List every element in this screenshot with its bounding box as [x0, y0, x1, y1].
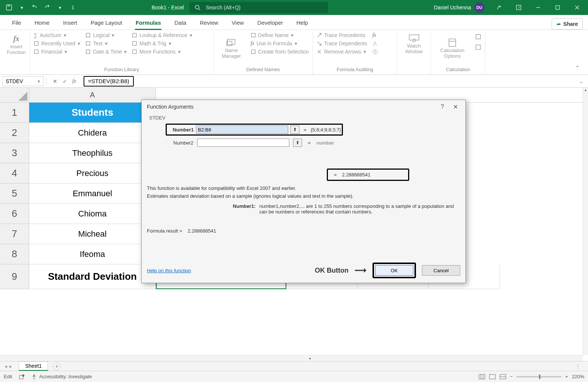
zoom-in-button[interactable]: + — [565, 374, 568, 379]
tab-data[interactable]: Data — [168, 16, 193, 30]
share-button[interactable]: ➦ Share — [552, 18, 583, 30]
cancel-edit-icon[interactable]: ✕ — [53, 78, 57, 84]
collapse-ribbon-icon[interactable]: ⌃ — [570, 31, 585, 75]
row-header-1[interactable]: 1 — [0, 103, 29, 123]
range-picker-icon[interactable]: ⬆ — [293, 139, 302, 147]
calc-sheet-icon[interactable] — [475, 44, 481, 50]
cell-A4[interactable]: Precious — [29, 163, 156, 184]
tab-insert[interactable]: Insert — [56, 16, 84, 30]
macro-record-icon[interactable] — [19, 374, 25, 380]
help-link[interactable]: Help on this function — [147, 268, 191, 273]
expand-formula-bar-icon[interactable]: ⌄ — [575, 78, 588, 84]
fx-icon[interactable]: fx — [72, 78, 76, 84]
redo-icon[interactable] — [42, 2, 52, 13]
evaluate-icon[interactable]: ⓕ — [373, 49, 378, 55]
name-manager-button[interactable]: Name Manager — [217, 32, 245, 65]
show-formulas-icon[interactable]: fx — [373, 32, 378, 38]
tab-review[interactable]: Review — [193, 16, 225, 30]
use-in-formula-button[interactable]: fxUse in Formula ▾ — [251, 40, 309, 46]
view-page-layout-icon[interactable] — [489, 374, 496, 379]
sheet-tabs-overflow-icon[interactable]: ⋮ — [575, 363, 588, 369]
tab-file[interactable]: File — [5, 16, 28, 30]
trace-dependents-button[interactable]: Trace Dependents — [317, 40, 367, 46]
ribbon-display-icon[interactable] — [510, 0, 527, 15]
date-time-button[interactable]: Date & Time ▾ — [85, 49, 127, 55]
chevron-down-icon[interactable]: ▾ — [55, 2, 65, 13]
tab-formulas[interactable]: Formulas — [129, 16, 168, 30]
chevron-down-icon[interactable]: ▾ — [16, 2, 27, 13]
more-functions-button[interactable]: More Functions ▾ — [132, 49, 192, 55]
account-area[interactable]: Daniel Uchenna DU — [434, 2, 485, 13]
cell-A6[interactable]: Chioma — [29, 204, 156, 224]
sheet-tab-sheet1[interactable]: Sheet1 — [19, 361, 48, 371]
horizontal-scrollbar[interactable]: ◂ ▸ — [0, 355, 583, 361]
tab-home[interactable]: Home — [28, 16, 56, 30]
calc-options-button[interactable]: Calculation Options — [435, 32, 470, 65]
watch-window-button[interactable]: Watch Window — [401, 32, 427, 56]
row-header-3[interactable]: 3 — [0, 143, 29, 163]
zoom-level[interactable]: 220% — [572, 374, 584, 379]
financial-button[interactable]: Financial ▾ — [34, 49, 80, 55]
vertical-scrollbar[interactable]: ▴ — [583, 88, 588, 355]
view-page-break-icon[interactable] — [500, 374, 506, 379]
insert-function-button[interactable]: fx Insert Function — [7, 32, 26, 57]
arg2-input[interactable] — [197, 139, 289, 147]
tab-view[interactable]: View — [225, 16, 250, 30]
row-header-8[interactable]: 8 — [0, 244, 29, 264]
cell-A3[interactable]: Theophilus — [29, 143, 156, 163]
name-box[interactable]: STDEV ▾ — [2, 76, 43, 86]
close-icon[interactable]: ✕ — [451, 103, 460, 110]
cell-A8[interactable]: Ifeoma — [29, 244, 156, 264]
error-check-icon[interactable]: ⚠ — [373, 40, 378, 46]
create-from-selection-button[interactable]: Create from Selection — [251, 49, 309, 55]
qat-customize-icon[interactable]: ⇩ — [67, 2, 78, 13]
undo-icon[interactable] — [29, 2, 40, 13]
math-trig-button[interactable]: Math & Trig ▾ — [132, 40, 192, 46]
cell-A5[interactable]: Emmanuel — [29, 184, 156, 204]
row-header-2[interactable]: 2 — [0, 123, 29, 143]
tab-help[interactable]: Help — [290, 16, 315, 30]
row-header-7[interactable]: 7 — [0, 224, 29, 244]
remove-arrows-button[interactable]: Remove Arrows ▾ — [317, 49, 367, 55]
row-header-5[interactable]: 5 — [0, 184, 29, 204]
tab-page-layout[interactable]: Page Layout — [84, 16, 129, 30]
sheet-nav-prev-icon[interactable]: ◂ — [4, 363, 7, 369]
save-icon[interactable] — [4, 2, 14, 13]
coming-soon-icon[interactable] — [491, 0, 508, 15]
select-all-cells[interactable] — [0, 88, 29, 102]
cell-A2[interactable]: Chidera — [29, 123, 156, 143]
define-name-button[interactable]: Define Name ▾ — [251, 32, 309, 38]
cancel-button[interactable]: Cancel — [422, 265, 460, 276]
search-box[interactable]: Search (Alt+Q) — [189, 2, 328, 13]
row-header-9[interactable]: 9 — [0, 264, 29, 289]
formula-bar[interactable]: =STDEV(B2:B8) — [84, 76, 134, 87]
row-header-4[interactable]: 4 — [0, 163, 29, 184]
trace-precedents-button[interactable]: Trace Precedents — [317, 32, 367, 38]
row-header-6[interactable]: 6 — [0, 204, 29, 224]
autosum-button[interactable]: ∑AutoSum ▾ — [34, 32, 80, 38]
zoom-out-button[interactable]: − — [510, 374, 513, 379]
ok-button[interactable]: OK — [375, 265, 413, 276]
lookup-button[interactable]: Lookup & Reference ▾ — [132, 32, 192, 38]
col-header-A[interactable]: A — [29, 88, 156, 102]
cell-A9[interactable]: Standard Deviation — [29, 264, 156, 289]
zoom-slider[interactable] — [516, 376, 561, 378]
calc-now-icon[interactable] — [475, 34, 481, 40]
help-icon[interactable]: ? — [434, 103, 451, 110]
add-sheet-button[interactable]: + — [52, 362, 61, 370]
tab-developer[interactable]: Developer — [251, 16, 290, 30]
accept-edit-icon[interactable]: ✓ — [63, 78, 67, 84]
text-button[interactable]: Text ▾ — [85, 40, 127, 46]
close-button[interactable] — [569, 0, 586, 15]
sheet-nav-next-icon[interactable]: ▸ — [9, 363, 12, 369]
range-picker-icon[interactable]: ⬆ — [290, 125, 299, 134]
maximize-button[interactable] — [549, 0, 566, 15]
cell-A1[interactable]: Students — [29, 103, 156, 123]
minimize-button[interactable] — [530, 0, 547, 15]
arg1-input[interactable] — [196, 125, 288, 134]
recently-used-button[interactable]: Recently Used ▾ — [34, 40, 80, 46]
accessibility-status[interactable]: Accessibility: Investigate — [31, 374, 92, 379]
view-normal-icon[interactable] — [479, 374, 485, 379]
cell-A7[interactable]: Micheal — [29, 224, 156, 244]
logical-button[interactable]: Logical ▾ — [85, 32, 127, 38]
